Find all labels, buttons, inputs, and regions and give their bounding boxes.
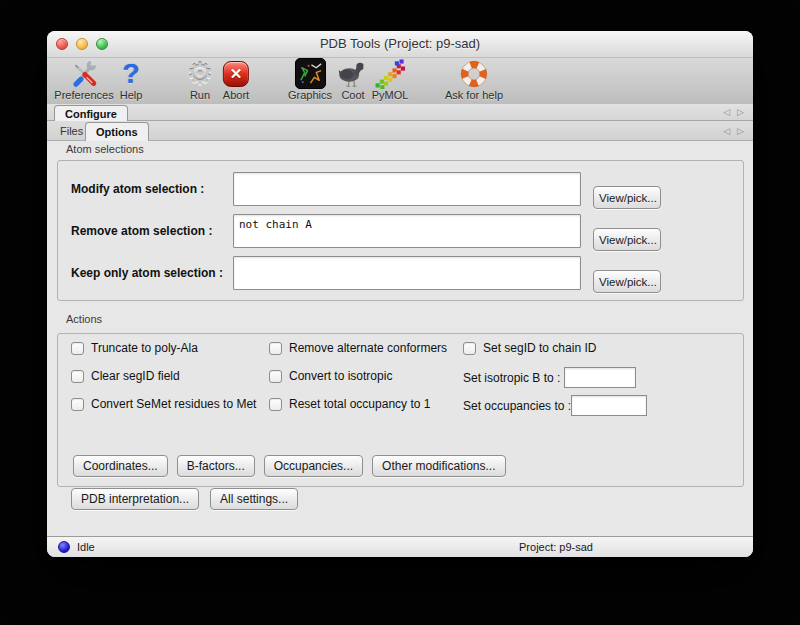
remove-selection-input[interactable]: not chain A bbox=[233, 214, 581, 248]
tab-configure[interactable]: Configure bbox=[54, 105, 128, 121]
pdb-interpretation-button[interactable]: PDB interpretation... bbox=[71, 488, 199, 510]
toolbar-label: Run bbox=[187, 89, 214, 101]
checkbox-box[interactable] bbox=[463, 342, 476, 355]
remove-selection-label: Remove atom selection : bbox=[71, 214, 239, 248]
pdb-tools-window: PDB Tools (Project: p9-sad) Preferences … bbox=[47, 31, 753, 557]
set-occupancies-input[interactable] bbox=[571, 395, 647, 416]
coordinates-button[interactable]: Coordinates... bbox=[73, 455, 168, 477]
checkbox-remove-alternate-conformers[interactable]: Remove alternate conformers bbox=[269, 341, 447, 355]
checkbox-clear-segid-field[interactable]: Clear segID field bbox=[71, 369, 180, 383]
coot-bird-icon bbox=[336, 58, 370, 89]
toolbar-coot-button[interactable]: Coot bbox=[336, 58, 370, 101]
toolbar-graphics-button[interactable]: Graphics bbox=[288, 58, 332, 101]
occupancies-button[interactable]: Occupancies... bbox=[264, 455, 363, 477]
tab-files[interactable]: Files bbox=[54, 121, 89, 140]
question-mark-icon: ? bbox=[120, 58, 143, 89]
view-pick-button-modify[interactable]: View/pick... bbox=[593, 186, 661, 209]
checkbox-box[interactable] bbox=[269, 370, 282, 383]
checkbox-reset-total-occupancy[interactable]: Reset total occupancy to 1 bbox=[269, 397, 430, 411]
checkbox-box[interactable] bbox=[71, 398, 84, 411]
toolbar-run-button[interactable]: ⚙ Run bbox=[187, 58, 214, 101]
tab-pager: ◁ ▷ bbox=[723, 126, 744, 135]
tab-pager: ◁ ▷ bbox=[723, 108, 744, 117]
set-occupancies-label: Set occupancies to : bbox=[463, 399, 571, 413]
set-isotropic-b-label: Set isotropic B to : bbox=[463, 371, 560, 385]
toolbar-ask-for-help-button[interactable]: Ask for help bbox=[445, 58, 503, 101]
modify-selection-input[interactable] bbox=[233, 172, 581, 206]
atom-selections-section-label: Atom selections bbox=[66, 143, 144, 155]
view-pick-button-remove[interactable]: View/pick... bbox=[593, 228, 661, 251]
toolbar-label: Ask for help bbox=[445, 89, 503, 101]
toolbar-abort-button[interactable]: ✕ Abort bbox=[223, 58, 249, 101]
project-label: Project: p9-sad bbox=[519, 541, 593, 553]
toolbar: Preferences ? Help ⚙ Run ✕ Abort bbox=[47, 58, 753, 105]
window-title: PDB Tools (Project: p9-sad) bbox=[47, 36, 753, 51]
toolbar-label: PyMOL bbox=[372, 89, 409, 101]
keep-only-selection-input[interactable] bbox=[233, 256, 581, 290]
checkbox-set-segid-to-chain-id[interactable]: Set segID to chain ID bbox=[463, 341, 596, 355]
toolbar-label: Graphics bbox=[288, 89, 332, 101]
modify-selection-label: Modify atom selection : bbox=[71, 172, 239, 206]
files-options-tab-bar: Files Options ◁ ▷ bbox=[47, 121, 753, 141]
toolbar-label: Help bbox=[120, 89, 143, 101]
actions-group: Truncate to poly-Ala Remove alternate co… bbox=[57, 333, 744, 487]
checkbox-box[interactable] bbox=[269, 342, 282, 355]
b-factors-button[interactable]: B-factors... bbox=[177, 455, 255, 477]
status-bar: Idle Project: p9-sad bbox=[47, 536, 753, 557]
rainbow-ribbon-icon bbox=[372, 58, 409, 89]
tools-icon bbox=[54, 58, 113, 89]
checkbox-convert-to-isotropic[interactable]: Convert to isotropic bbox=[269, 369, 392, 383]
tab-scroll-left-icon[interactable]: ◁ bbox=[723, 126, 730, 135]
molecule-graphics-icon bbox=[288, 58, 332, 89]
toolbar-label: Abort bbox=[223, 89, 249, 101]
view-pick-button-keep-only[interactable]: View/pick... bbox=[593, 270, 661, 293]
toolbar-label: Coot bbox=[336, 89, 370, 101]
stop-x-icon: ✕ bbox=[223, 58, 249, 89]
checkbox-box[interactable] bbox=[71, 370, 84, 383]
all-settings-button[interactable]: All settings... bbox=[210, 488, 298, 510]
configure-tab-bar: Configure ◁ ▷ bbox=[47, 104, 753, 121]
keep-only-selection-label: Keep only atom selection : bbox=[71, 256, 239, 290]
tab-scroll-left-icon[interactable]: ◁ bbox=[723, 108, 730, 117]
other-modifications-button[interactable]: Other modifications... bbox=[372, 455, 505, 477]
toolbar-pymol-button[interactable]: PyMOL bbox=[372, 58, 409, 101]
tab-scroll-right-icon[interactable]: ▷ bbox=[737, 108, 744, 117]
gear-icon: ⚙ bbox=[187, 58, 214, 89]
checkbox-truncate-poly-ala[interactable]: Truncate to poly-Ala bbox=[71, 341, 198, 355]
atom-selections-group: Modify atom selection : View/pick... Rem… bbox=[57, 160, 744, 301]
title-bar: PDB Tools (Project: p9-sad) bbox=[47, 31, 753, 58]
set-isotropic-b-input[interactable] bbox=[564, 367, 636, 388]
actions-section-label: Actions bbox=[66, 313, 102, 325]
toolbar-label: Preferences bbox=[54, 89, 113, 101]
lifebuoy-icon bbox=[445, 58, 503, 89]
tab-scroll-right-icon[interactable]: ▷ bbox=[737, 126, 744, 135]
toolbar-help-button[interactable]: ? Help bbox=[120, 58, 143, 101]
status-text: Idle bbox=[77, 541, 95, 553]
toolbar-preferences-button[interactable]: Preferences bbox=[54, 58, 113, 101]
checkbox-box[interactable] bbox=[269, 398, 282, 411]
status-indicator-icon bbox=[58, 541, 70, 553]
tab-options[interactable]: Options bbox=[85, 122, 149, 141]
checkbox-convert-semet-to-met[interactable]: Convert SeMet residues to Met bbox=[71, 397, 256, 411]
checkbox-box[interactable] bbox=[71, 342, 84, 355]
